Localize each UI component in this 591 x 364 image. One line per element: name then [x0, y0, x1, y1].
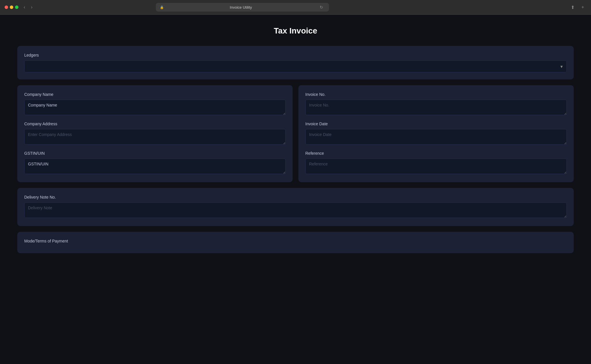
company-card: Company Name Company Address GSTIN/UIN — [17, 85, 293, 182]
fullscreen-button[interactable] — [15, 5, 18, 9]
back-button[interactable]: ‹ — [22, 4, 27, 10]
ledgers-select[interactable] — [24, 60, 567, 72]
reference-input[interactable] — [305, 158, 567, 174]
reference-group: Reference — [305, 151, 567, 175]
payment-label: Mode/Terms of Payment — [24, 239, 567, 243]
reference-label: Reference — [305, 151, 567, 156]
delivery-note-label: Delivery Note No. — [24, 195, 567, 199]
company-address-input[interactable] — [24, 129, 286, 145]
ledgers-select-wrapper — [24, 60, 567, 72]
url-text: Invoice Utility — [166, 5, 316, 10]
traffic-lights — [5, 5, 18, 9]
browser-actions: ⬆ + — [568, 4, 586, 11]
invoice-card: Invoice No. Invoice Date Reference — [298, 85, 574, 182]
address-bar: 🔒 Invoice Utility ↻ — [156, 3, 329, 12]
minimize-button[interactable] — [10, 5, 13, 9]
invoice-no-group: Invoice No. — [305, 92, 567, 116]
company-name-input[interactable] — [24, 100, 286, 115]
invoice-date-label: Invoice Date — [305, 122, 567, 126]
app-container: Tax Invoice Ledgers Company Name Company… — [0, 15, 591, 364]
payment-card: Mode/Terms of Payment — [17, 232, 574, 253]
page-title: Tax Invoice — [17, 26, 574, 36]
ledgers-card: Ledgers — [17, 46, 574, 79]
forward-button[interactable]: › — [29, 4, 34, 10]
gstin-group: GSTIN/UIN — [24, 151, 286, 175]
delivery-card: Delivery Note No. — [17, 188, 574, 226]
close-button[interactable] — [5, 5, 8, 9]
company-address-group: Company Address — [24, 122, 286, 146]
company-name-label: Company Name — [24, 92, 286, 97]
lock-icon: 🔒 — [160, 5, 164, 9]
two-col-section: Company Name Company Address GSTIN/UIN I… — [17, 85, 574, 188]
invoice-no-label: Invoice No. — [305, 92, 567, 97]
invoice-date-input[interactable] — [305, 129, 567, 145]
new-tab-button[interactable]: + — [579, 4, 586, 11]
invoice-date-group: Invoice Date — [305, 122, 567, 146]
company-address-label: Company Address — [24, 122, 286, 126]
browser-chrome: ‹ › 🔒 Invoice Utility ↻ ⬆ + — [0, 0, 591, 15]
refresh-button[interactable]: ↻ — [318, 4, 325, 10]
invoice-no-input[interactable] — [305, 100, 567, 115]
ledgers-label: Ledgers — [24, 53, 567, 57]
gstin-input[interactable] — [24, 158, 286, 174]
company-name-group: Company Name — [24, 92, 286, 116]
gstin-label: GSTIN/UIN — [24, 151, 286, 156]
share-button[interactable]: ⬆ — [568, 4, 577, 11]
nav-buttons: ‹ › — [22, 4, 34, 10]
delivery-note-input[interactable] — [24, 202, 567, 218]
